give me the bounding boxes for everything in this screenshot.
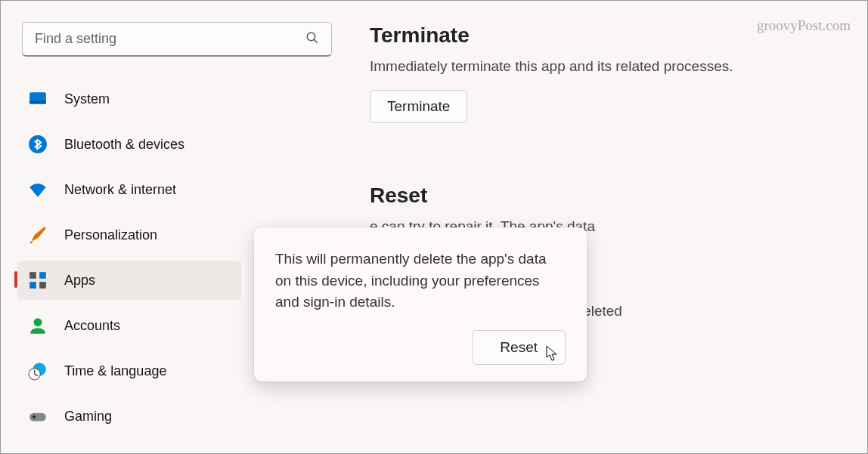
sidebar: System Bluetooth & devices Network & int… <box>14 10 241 453</box>
system-icon <box>28 89 48 109</box>
sidebar-item-label: System <box>64 91 110 107</box>
sidebar-item-gaming[interactable]: Gaming <box>17 397 241 436</box>
sidebar-item-label: Accounts <box>64 318 120 334</box>
svg-rect-6 <box>39 272 46 279</box>
person-icon <box>28 316 48 335</box>
sidebar-item-label: Apps <box>64 273 95 289</box>
reset-title: Reset <box>370 184 837 208</box>
reset-confirm-flyout: This will permanently delete the app's d… <box>254 227 587 381</box>
wifi-icon <box>28 180 48 199</box>
watermark: groovyPost.com <box>757 17 851 34</box>
apps-icon <box>28 270 48 290</box>
sidebar-item-personalization[interactable]: Personalization <box>17 215 241 255</box>
flyout-reset-button[interactable]: Reset <box>472 330 566 365</box>
sidebar-item-label: Time & language <box>64 363 166 379</box>
sidebar-item-bluetooth[interactable]: Bluetooth & devices <box>17 125 241 164</box>
svg-point-9 <box>34 318 42 326</box>
gamepad-icon <box>28 406 48 426</box>
sidebar-item-accounts[interactable]: Accounts <box>17 306 241 345</box>
terminate-button[interactable]: Terminate <box>370 90 467 123</box>
sidebar-item-label: Personalization <box>64 227 157 243</box>
svg-rect-7 <box>29 282 36 289</box>
svg-rect-8 <box>39 282 46 289</box>
svg-rect-18 <box>33 415 35 418</box>
svg-rect-5 <box>29 272 36 279</box>
clock-globe-icon <box>28 361 48 381</box>
sidebar-item-label: Bluetooth & devices <box>64 137 184 153</box>
sidebar-item-time[interactable]: Time & language <box>17 351 241 391</box>
flyout-text: This will permanently delete the app's d… <box>275 249 566 313</box>
svg-rect-3 <box>29 100 46 103</box>
svg-point-16 <box>42 418 45 420</box>
sidebar-item-label: Gaming <box>64 409 112 425</box>
svg-point-15 <box>41 414 43 416</box>
paintbrush-icon <box>28 225 48 245</box>
sidebar-item-system[interactable]: System <box>17 79 241 119</box>
sidebar-item-label: Network & internet <box>64 182 176 198</box>
sidebar-item-network[interactable]: Network & internet <box>17 170 241 209</box>
sidebar-item-apps[interactable]: Apps <box>17 261 241 300</box>
bluetooth-icon <box>28 134 48 154</box>
terminate-desc: Immediately terminate this app and its r… <box>370 58 837 75</box>
